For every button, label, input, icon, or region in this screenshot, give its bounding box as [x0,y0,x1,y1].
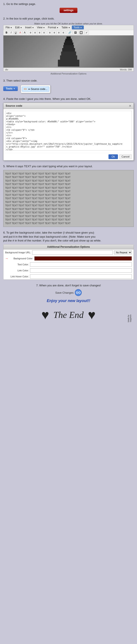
editor-menubar: File Edit Insert View Format Table Tools [3,25,134,30]
tools-dropdown-menu: <> ⇔ Source code... [21,85,51,93]
step2-label: 2. In the box to edit your page, click t… [3,17,134,20]
editor-canvas-inner [3,36,134,68]
toolbar-align-center[interactable]: ≡ [33,30,37,35]
tools-dropdown: Tools [3,86,18,91]
no-repeat-select[interactable]: No Repeat [114,250,132,254]
text-color-label: Text Color: [5,263,29,266]
personalization-header: Additional Personalization Options [3,244,134,250]
link-hover-color-input[interactable] [30,274,132,279]
step6-label: 6. To get the background color, take the… [3,231,134,242]
save-changes-area: Save Changes GO [3,289,134,296]
text-preview-box: TEXT TEXT TEXT TEXT TEXT TEXT TEXT TEXT … [3,170,134,227]
step5-section: 5. Where it says TEXT you can start typi… [3,164,134,227]
svg-rect-2 [65,40,72,42]
toolbar-italic[interactable]: I [9,30,13,35]
bg-color-input[interactable] [34,256,132,260]
svg-rect-6 [61,52,76,56]
step3-section: 3. Then select source code. Tools <> ⇔ S… [3,79,134,93]
toolbar-list-ordered[interactable]: ≡ [61,30,65,35]
step2-section: 2. In the box to edit your page, click t… [3,17,134,75]
heart-right-icon: ♥ [88,308,96,322]
step5-label: 5. Where it says TEXT you can start typi… [3,164,134,168]
step7-label: 7. When you are done, don't forget to sa… [3,284,134,288]
menu-edit[interactable]: Edit [14,26,23,30]
editor-canvas [3,36,134,68]
tools-dropdown-button[interactable]: Tools [3,86,18,91]
save-go-button[interactable]: GO [75,289,82,296]
toolbar-divider-2 [47,31,47,34]
step4-section: 4. Paste the code I gave you into there.… [3,97,134,160]
save-changes-label: Save Changes [55,291,74,294]
canvas-element-label: div [5,68,8,71]
source-code-icon: <> [24,88,27,90]
toolbar-indent[interactable]: ≡ [48,30,52,35]
settings-button[interactable]: settings [60,8,77,13]
modal-close-button[interactable]: ✕ [129,104,132,108]
menu-format[interactable]: Format [47,26,60,30]
step2-note: Make sure you hit the OK button at the b… [3,22,134,25]
menu-tools[interactable]: Tools [72,26,84,30]
enjoy-text: Enjoy your new layout!! [3,298,134,303]
toolbar-link[interactable]: 🔗 [67,30,73,35]
additional-options-link[interactable]: Additional Personalization Options [3,72,134,75]
save-btn-group: Save Changes GO [55,289,82,296]
step4-label: 4. Paste the code I gave you into there.… [3,97,134,101]
menu-view[interactable]: View [36,26,46,30]
link-color-row: Link Color: [3,268,134,274]
link-color-input[interactable] [30,268,132,273]
editor-toolbar: B I U A A ≡ ≡ ≡ ≡ ≡ ≡ ≡ ≡ 🔗 🖼 🔲 ✓ [3,30,134,36]
source-code-textarea[interactable]: <div align="center"> p:#5e0d00; <table s… [5,111,132,150]
bg-image-input[interactable] [32,250,113,254]
menu-file[interactable]: File [4,26,13,30]
svg-rect-3 [64,42,73,45]
end-section: ♥ The End ♥ Made by Sapphire [3,308,134,322]
text-color-row: Text Color: [3,262,134,268]
modal-ok-button[interactable]: Ok [109,154,118,159]
toolbar-image[interactable]: 🖼 [73,30,78,35]
svg-rect-0 [66,36,71,39]
svg-rect-7 [60,56,77,60]
link-hover-color-row: Link Hover Color: [3,274,134,280]
link-hover-color-label: Link Hover Color: [5,275,29,278]
toolbar-align-left[interactable]: ≡ [28,30,33,35]
toolbar-align-right[interactable]: ≡ [37,30,42,35]
step7-section: 7. When you are done, don't forget to sa… [3,284,134,322]
bg-color-label: Background Color: [9,257,33,260]
page-wrapper: 1. Go to the settings page. settings 2. … [0,0,137,372]
canvas-silhouette [56,36,81,66]
modal-cancel-button[interactable]: Cancel [119,154,132,159]
the-end-text: The End [53,310,84,320]
toolbar-outdent[interactable]: ≡ [52,30,56,35]
toolbar-media[interactable]: 🔲 [78,30,84,35]
source-code-label: ⇔ Source code... [28,88,48,90]
step3-label: 3. Then select source code. [3,79,134,83]
toolbar-divider-1 [27,31,28,34]
svg-rect-8 [58,60,79,66]
toolbar-font-size[interactable]: A [22,30,27,35]
modal-body: <div align="center"> p:#5e0d00; <table s… [3,109,134,153]
toolbar-bold[interactable]: B [4,30,9,35]
menu-insert[interactable]: Insert [24,26,35,30]
editor-footer: div Words: 398 [3,68,134,71]
step6-section: 6. To get the background color, take the… [3,231,134,280]
link-color-label: Link Color: [5,269,29,272]
bg-color-row: → Background Color: [3,256,134,262]
personalization-panel: Additional Personalization Options Backg… [3,244,134,280]
bg-image-row: Background Image URL: No Repeat [3,250,134,256]
toolbar-check[interactable]: ✓ [84,30,89,35]
toolbar-align-justify[interactable]: ≡ [42,30,46,35]
modal-header: Source code ✕ [3,103,134,109]
bg-image-label: Background Image URL: [5,251,31,254]
editor-area: File Edit Insert View Format Table Tools… [3,25,134,72]
toolbar-font-color[interactable]: A [18,30,22,35]
made-by-text: Made by Sapphire [127,308,132,322]
menu-table[interactable]: Table [60,26,71,30]
toolbar-list-unordered[interactable]: ≡ [57,30,61,35]
text-color-input[interactable] [30,262,132,266]
toolbar-underline[interactable]: U [13,30,18,35]
source-code-modal: Source code ✕ <div align="center"> p:#5e… [3,102,134,160]
modal-title: Source code [5,104,22,107]
step1-section: 1. Go to the settings page. settings [3,2,134,13]
word-count: Words: 398 [120,68,132,71]
source-code-menu-item[interactable]: <> ⇔ Source code... [22,86,49,92]
